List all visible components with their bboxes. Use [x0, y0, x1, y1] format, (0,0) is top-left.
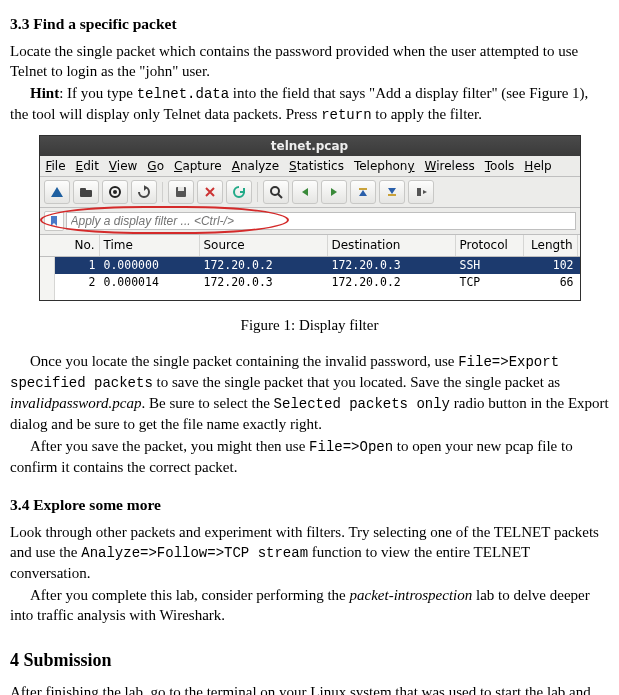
- shark-fin-icon[interactable]: [44, 180, 70, 204]
- bookmark-icon[interactable]: [44, 211, 64, 231]
- sec33-p4: After you save the packet, you might the…: [10, 436, 609, 477]
- menu-go[interactable]: Go: [147, 158, 164, 174]
- packet-introspection-lab: packet-introspection: [350, 587, 473, 603]
- file-open-code: File=>Open: [309, 439, 393, 455]
- sec4-heading: 4 Submission: [10, 648, 609, 672]
- prev-icon[interactable]: [292, 180, 318, 204]
- jump-first-icon[interactable]: [379, 180, 405, 204]
- col-source[interactable]: Source: [200, 235, 328, 255]
- sec33-p3: Once you locate the single packet contai…: [10, 351, 609, 434]
- folder-open-icon[interactable]: [73, 180, 99, 204]
- auto-scroll-icon[interactable]: [408, 180, 434, 204]
- sec34-p1: Look through other packets and experimen…: [10, 522, 609, 583]
- wireshark-screenshot: telnet.pcap File Edit View Go Capture An…: [39, 135, 581, 300]
- invalid-password-filename: invalidpassword.pcap: [10, 395, 142, 411]
- sec34-p2: After you complete this lab, consider pe…: [10, 585, 609, 626]
- col-protocol[interactable]: Protocol: [456, 235, 524, 255]
- packet-list: 1 0.000000 172.20.0.2 172.20.0.3 SSH 102…: [40, 257, 580, 300]
- jump-last-icon[interactable]: [350, 180, 376, 204]
- analyze-follow-code: Analyze=>Follow=>TCP stream: [81, 545, 308, 561]
- sec34-heading: 3.4 Explore some more: [10, 495, 609, 516]
- save-icon[interactable]: [168, 180, 194, 204]
- gutter: [40, 257, 55, 300]
- sec33-p1: Locate the single packet which contains …: [10, 41, 609, 82]
- col-time[interactable]: Time: [100, 235, 200, 255]
- packet-row[interactable]: 2 0.000014 172.20.0.3 172.20.0.2 TCP 66: [54, 274, 580, 292]
- toolbar-separator: [162, 182, 163, 202]
- toolbar: [40, 177, 580, 208]
- menu-wireless[interactable]: Wireless: [425, 158, 475, 174]
- packet-row[interactable]: 1 0.000000 172.20.0.2 172.20.0.3 SSH 102: [54, 257, 580, 275]
- menu-view[interactable]: View: [109, 158, 137, 174]
- find-icon[interactable]: [263, 180, 289, 204]
- sec4-p1: After finishing the lab, go to the termi…: [10, 682, 609, 695]
- menu-capture[interactable]: Capture: [174, 158, 222, 174]
- menu-statistics[interactable]: Statistics: [289, 158, 344, 174]
- menu-telephony[interactable]: Telephony: [354, 158, 415, 174]
- window-titlebar: telnet.pcap: [40, 136, 580, 156]
- packet-row-partial: [54, 292, 580, 300]
- col-destination[interactable]: Destination: [328, 235, 456, 255]
- sec33-heading: 3.3 Find a specific packet: [10, 14, 609, 35]
- packet-list-header: No. Time Source Destination Protocol Len…: [40, 235, 580, 256]
- sec33-p2: Hint: If you type telnet.data into the f…: [10, 83, 609, 125]
- svg-rect-1: [80, 188, 86, 191]
- menu-bar: File Edit View Go Capture Analyze Statis…: [40, 156, 580, 177]
- restart-capture-icon[interactable]: [131, 180, 157, 204]
- svg-rect-0: [80, 190, 92, 197]
- menu-tools[interactable]: Tools: [485, 158, 515, 174]
- display-filter-input[interactable]: [66, 212, 576, 230]
- menu-edit[interactable]: Edit: [76, 158, 99, 174]
- svg-rect-5: [178, 187, 184, 191]
- svg-point-6: [271, 187, 279, 195]
- toolbar-separator: [257, 182, 258, 202]
- selected-packets-code: Selected packets only: [274, 396, 450, 412]
- col-length[interactable]: Length: [524, 235, 578, 255]
- return-key: return: [321, 107, 371, 123]
- reload-icon[interactable]: [226, 180, 252, 204]
- stop-capture-icon[interactable]: [102, 180, 128, 204]
- menu-file[interactable]: File: [46, 158, 66, 174]
- svg-rect-7: [359, 188, 367, 190]
- svg-point-3: [113, 190, 117, 194]
- hint-label: Hint: [30, 85, 59, 101]
- filter-bar: [40, 208, 580, 235]
- telnet-data-code: telnet.data: [137, 86, 229, 102]
- menu-analyze[interactable]: Analyze: [232, 158, 279, 174]
- figure-caption: Figure 1: Display filter: [10, 315, 609, 335]
- svg-rect-8: [388, 194, 396, 196]
- col-no[interactable]: No.: [54, 235, 100, 255]
- menu-help[interactable]: Help: [524, 158, 551, 174]
- close-icon[interactable]: [197, 180, 223, 204]
- svg-rect-9: [417, 188, 421, 196]
- next-icon[interactable]: [321, 180, 347, 204]
